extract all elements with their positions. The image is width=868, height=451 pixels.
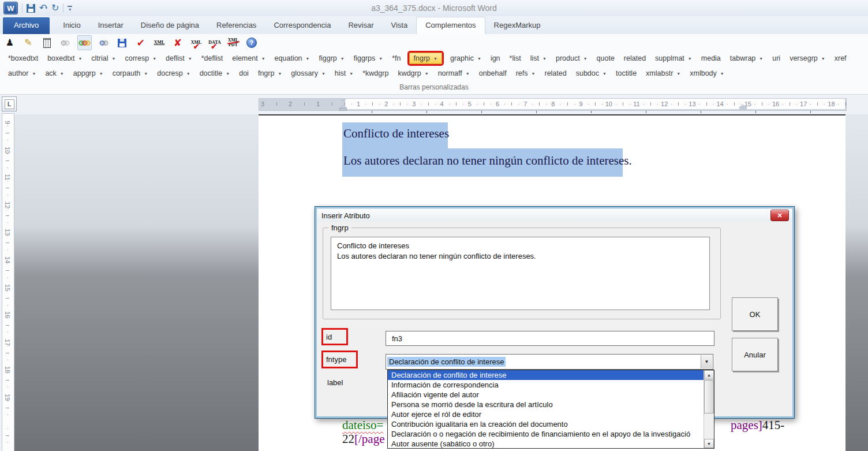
tab-correspondencia[interactable]: Correspondencia — [265, 17, 339, 34]
save-export-icon[interactable] — [116, 36, 129, 50]
dropdown-option[interactable]: Afiliación vigente del autor — [388, 390, 714, 400]
ribbon-button-refs[interactable]: refs▼ — [511, 68, 540, 79]
ribbon-button-xref[interactable]: xref — [830, 53, 851, 64]
ribbon-button-figgrp[interactable]: figgrp▼ — [315, 53, 349, 64]
ribbon-button-glossary[interactable]: glossary▼ — [286, 68, 330, 79]
ribbon-button-label: media — [701, 54, 721, 62]
ribbon-button-fngrp[interactable]: fngrp▼ — [409, 53, 442, 64]
ruler-tick — [741, 104, 742, 105]
dropdown-option[interactable]: Contribución igualitaria en la creación … — [388, 419, 714, 429]
ribbon-button-versegrp[interactable]: versegrp▼ — [785, 53, 830, 64]
xml-check-icon[interactable]: XML✔ — [190, 36, 203, 50]
ruler-number: 4 — [440, 100, 444, 107]
validate-check-icon[interactable]: ✔ — [134, 36, 147, 50]
combobox-dropdown-button[interactable]: ▼ — [701, 355, 712, 368]
ribbon-button-docresp[interactable]: docresp▼ — [152, 68, 194, 79]
dropdown-option[interactable]: Autor ausente (sabático o otro) — [388, 439, 714, 449]
ribbon-button-related[interactable]: related — [540, 68, 571, 79]
ribbon-button-onbehalf[interactable]: onbehalf — [474, 68, 511, 79]
ribbon-button-author[interactable]: author▼ — [3, 68, 40, 79]
id-input[interactable] — [386, 331, 714, 346]
dropdown-option[interactable]: Declaración de conflito de interese — [388, 370, 714, 380]
pencil-icon[interactable]: ✎ — [22, 36, 35, 50]
ribbon-button-normaff[interactable]: normaff▼ — [433, 68, 474, 79]
ribbon-button-ign[interactable]: ign — [486, 53, 505, 64]
ribbon-button-doi[interactable]: doi — [234, 68, 253, 79]
dropdown-scrollbar[interactable]: ▲ ▼ — [704, 370, 714, 448]
tab-inicio[interactable]: Inicio — [54, 17, 89, 34]
ribbon-button-hist[interactable]: hist▼ — [330, 68, 358, 79]
ribbon-button-fn[interactable]: *fn — [387, 53, 405, 64]
xml-icon[interactable]: XML — [153, 36, 166, 50]
ribbon-button-list[interactable]: list▼ — [526, 53, 551, 64]
tab-complementos[interactable]: Complementos — [416, 17, 485, 35]
cancel-button[interactable]: Anular — [732, 338, 778, 371]
dropdown-option[interactable]: Persona se morrió desde la escritura del… — [388, 400, 714, 409]
scroll-down-button[interactable]: ▼ — [704, 439, 714, 448]
ribbon-button-xmlabstr[interactable]: xmlabstr▼ — [641, 68, 685, 79]
ribbon-button-cltrial[interactable]: cltrial▼ — [87, 53, 120, 64]
left-indent-marker[interactable] — [339, 108, 347, 111]
ribbon-button-appgrp[interactable]: appgrp▼ — [69, 68, 108, 79]
ok-button[interactable]: OK — [732, 297, 778, 331]
ribbon-button-deflist[interactable]: *deflist — [197, 53, 228, 64]
data-check-icon[interactable]: DATA✔ — [208, 36, 221, 50]
ribbon-button-fngrp[interactable]: fngrp▼ — [253, 68, 286, 79]
gears-gray-icon[interactable]: ⚙⚙ — [59, 36, 72, 50]
ribbon-button-element[interactable]: element▼ — [227, 53, 270, 64]
chevron-down-icon: ▼ — [341, 57, 345, 61]
ribbon-button-related[interactable]: related — [619, 53, 650, 64]
tab-insertar[interactable]: Insertar — [89, 17, 132, 34]
ribbon-button-label: *list — [510, 54, 521, 62]
ribbon-button-label: glossary — [291, 69, 318, 77]
ribbon-button-xmlbody[interactable]: xmlbody▼ — [685, 68, 728, 79]
ribbon-button-supplmat[interactable]: supplmat▼ — [650, 53, 697, 64]
ruler-tick — [623, 102, 623, 106]
dropdown-option[interactable]: Información de correspondencia — [388, 380, 714, 390]
ribbon-button-boxedtxt[interactable]: boxedtxt▼ — [43, 53, 87, 64]
dialog-title-bar[interactable]: Inserir Atributo — [317, 209, 792, 222]
ribbon-button-corresp[interactable]: corresp▼ — [120, 53, 161, 64]
ribbon-button-kwdgrp[interactable]: *kwdgrp — [358, 68, 393, 79]
ribbon-button-doctitle[interactable]: doctitle▼ — [195, 68, 235, 79]
ribbon-button-media[interactable]: media — [697, 53, 725, 64]
fntype-combobox[interactable]: Declaración de conflito de interese ▼ — [386, 354, 713, 370]
tab-regexmarkup[interactable]: RegexMarkup — [485, 17, 549, 34]
tab-vista[interactable]: Vista — [382, 17, 416, 34]
help-icon[interactable]: ? — [245, 36, 258, 50]
ribbon-button-boxedtxt[interactable]: *boxedtxt — [3, 53, 43, 64]
tab-archivo[interactable]: Archivo — [3, 17, 50, 34]
ribbon-button-uri[interactable]: uri — [768, 53, 785, 64]
ribbon-button-subdoc[interactable]: subdoc▼ — [571, 68, 611, 79]
dropdown-option[interactable]: Declaración o o negación de recibimiento… — [388, 429, 714, 439]
gears-blue-icon[interactable]: ⚙⚙ — [98, 36, 110, 50]
ribbon-button-product[interactable]: product▼ — [551, 53, 592, 64]
person-icon[interactable]: ♟ — [3, 36, 16, 50]
ribbon-button-figgrps[interactable]: figgrps▼ — [349, 53, 387, 64]
gears-colored-icon[interactable]: ⚙⚙⚙ — [77, 35, 92, 50]
tab-revisar[interactable]: Revisar — [339, 17, 382, 34]
scroll-up-button[interactable]: ▲ — [704, 370, 714, 379]
trash-icon[interactable] — [40, 36, 53, 50]
dialog-close-button[interactable]: ✕ — [770, 210, 789, 221]
ribbon-button-tabwrap[interactable]: tabwrap▼ — [725, 53, 768, 64]
tab-referencias[interactable]: Referencias — [208, 17, 265, 34]
ribbon-button-ack[interactable]: ack▼ — [40, 68, 68, 79]
remove-cross-icon[interactable]: ✘ — [171, 36, 184, 50]
xml-pdt-icon[interactable]: XMLPDT — [227, 36, 240, 50]
ribbon-button-toctitle[interactable]: toctitle — [611, 68, 641, 79]
ribbon-button-deflist[interactable]: deflist▼ — [161, 53, 197, 64]
ribbon-button-graphic[interactable]: graphic▼ — [446, 53, 486, 64]
ribbon-button-quote[interactable]: quote — [592, 53, 619, 64]
dropdown-option[interactable]: Autor ejerce el ról de editor — [388, 409, 714, 419]
fngrp-text-area[interactable]: Conflicto de intereses Los autores decla… — [331, 237, 710, 310]
ruler-tick — [8, 387, 8, 387]
tab-dise-o-de-p-gina[interactable]: Diseño de página — [132, 17, 208, 34]
ribbon-button-list[interactable]: *list — [505, 53, 526, 64]
ribbon-button-equation[interactable]: equation▼ — [270, 53, 315, 64]
ribbon-button-corpauth[interactable]: corpauth▼ — [108, 68, 153, 79]
ribbon-button-kwdgrp[interactable]: kwdgrp▼ — [393, 68, 433, 79]
scrollbar-thumb[interactable] — [704, 380, 714, 413]
tab-stop-selector[interactable]: L — [2, 96, 17, 111]
ruler-tick — [8, 236, 8, 236]
